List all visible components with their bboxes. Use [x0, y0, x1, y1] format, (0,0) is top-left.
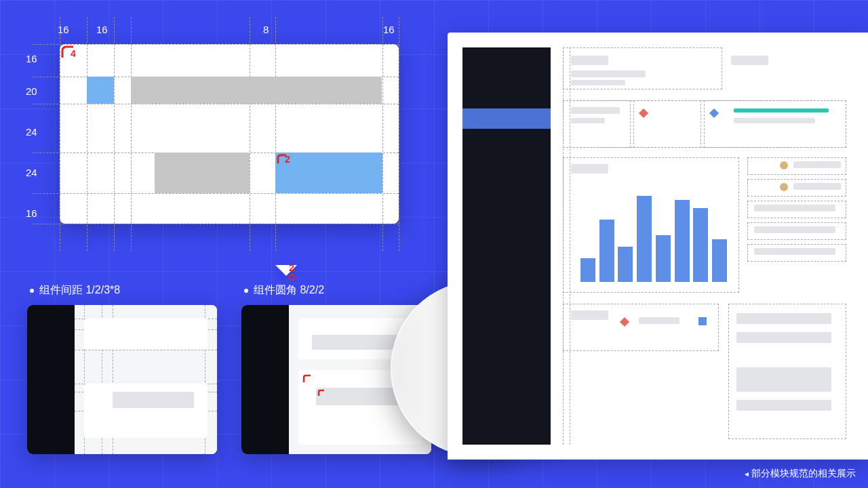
measure-top-2: 16 — [96, 24, 108, 35]
section-radius-label: 组件圆角 8/2/2 — [244, 283, 324, 298]
measure-left-4: 24 — [26, 167, 37, 178]
caption: 部分模块规范的相关展示 — [745, 468, 856, 480]
bar — [637, 196, 652, 282]
bar — [618, 247, 633, 282]
spacing-demo-card — [27, 305, 217, 454]
preview-sidebar — [462, 47, 551, 445]
bar — [712, 239, 727, 282]
module-preview — [448, 33, 868, 460]
placeholder-blue-rect — [275, 152, 382, 193]
measure-left-5: 16 — [26, 207, 37, 219]
measure-top-4: 16 — [383, 24, 395, 35]
bar — [599, 220, 614, 282]
placeholder-blue-square — [87, 77, 114, 104]
bar — [656, 235, 671, 282]
placeholder-grey-bar — [131, 77, 382, 104]
section-spacing-label: 组件间距 1/2/3*8 — [30, 283, 120, 298]
spec-card: 4 2 2 — [60, 44, 399, 224]
svg-point-0 — [289, 274, 294, 280]
bar-chart — [575, 180, 731, 282]
speech-bubble-tip: 2 — [275, 265, 297, 276]
bar — [675, 200, 690, 282]
measure-left-1: 16 — [26, 53, 37, 64]
bar — [580, 258, 595, 282]
measure-left-2: 20 — [26, 85, 37, 97]
bar — [693, 208, 708, 282]
placeholder-grey-square — [155, 152, 250, 193]
measure-left-3: 24 — [26, 126, 37, 138]
measure-top-3: 8 — [263, 24, 269, 35]
